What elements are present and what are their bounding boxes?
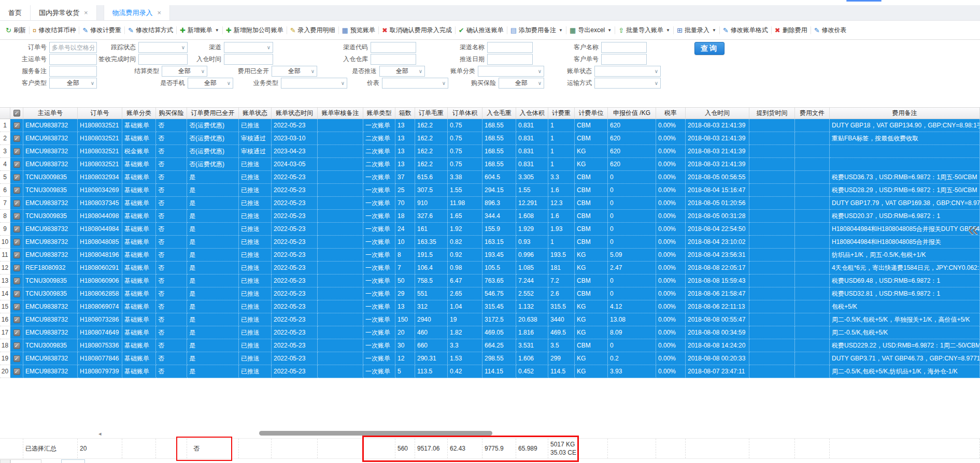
column-header-bill_status_time[interactable]: 账单状态时间 (272, 108, 318, 119)
filter-select[interactable]: ∨ (224, 42, 273, 53)
filter-input[interactable] (371, 54, 416, 65)
toolbar-button-5[interactable]: ✚新增附加公司账单 (223, 26, 286, 35)
table-row[interactable]: 17✓EMCU9838732H1808074649基础账单否是已推送2022-0… (0, 326, 980, 339)
table-row[interactable]: 15✓EMCU9838732H1808069074基础账单否是已推送2022-0… (0, 300, 980, 313)
column-header-order_no[interactable]: 订单号 (78, 108, 122, 119)
filter-input[interactable] (49, 42, 97, 53)
column-header-fee_file[interactable]: 费用文件 (795, 108, 830, 119)
collapse-panel-icon[interactable]: « (968, 220, 978, 239)
column-header-in_time[interactable]: 入仓时间 (686, 108, 749, 119)
filter-input[interactable] (601, 42, 647, 53)
column-header-in_gross[interactable]: 入仓毛重 (482, 108, 516, 119)
toolbar-button-11[interactable]: ▦导出excel▼ (567, 26, 614, 35)
column-header-fee_all_open[interactable]: 订单费用已全开 (187, 108, 239, 119)
column-header-bill_status[interactable]: 账单状态 (239, 108, 272, 119)
row-checkbox[interactable]: ✓ (13, 329, 20, 336)
table-row[interactable]: 16✓EMCU9838732H1808073286基础账单否是已推送2022-0… (0, 313, 980, 326)
tab-0[interactable]: 首页 (0, 5, 31, 20)
filter-input[interactable] (487, 42, 533, 53)
row-checkbox[interactable]: ✓ (13, 135, 20, 142)
toolbar-button-8[interactable]: ✖取消确认费用录入完成 (379, 26, 455, 35)
column-header-order_volume[interactable]: 订单体积 (448, 108, 482, 119)
partial-row-input[interactable] (61, 459, 85, 463)
filter-select[interactable]: ∨ (478, 66, 544, 77)
select-all-header[interactable]: ✓ (10, 108, 23, 119)
column-header-pickup_time[interactable]: 提到货时间 (749, 108, 795, 119)
filter-input[interactable] (371, 42, 416, 53)
filter-select[interactable]: 全部∨ (188, 78, 233, 89)
toolbar-button-9[interactable]: ✔确认推送账单 (456, 26, 506, 35)
filter-select[interactable]: ∨ (281, 78, 347, 89)
row-checkbox[interactable]: ✓ (13, 122, 20, 129)
row-checkbox[interactable]: ✓ (13, 252, 20, 258)
column-header-bill_audit_remark[interactable]: 账单审核备注 (318, 108, 363, 119)
row-checkbox[interactable]: ✓ (13, 316, 20, 323)
filter-input[interactable] (138, 54, 188, 65)
row-checkbox[interactable]: ✓ (13, 213, 20, 220)
filter-select[interactable]: ∨ (594, 66, 661, 77)
filter-select[interactable]: 全部∨ (272, 66, 317, 77)
filter-select[interactable]: 全部∨ (162, 66, 207, 77)
row-checkbox[interactable]: ✓ (13, 303, 20, 310)
toolbar-button-14[interactable]: ✎修改账单格式 (720, 26, 771, 35)
column-header-master_no[interactable]: 主运单号 (23, 108, 78, 119)
column-header-charge_unit[interactable]: 计费单位 (575, 108, 608, 119)
table-row[interactable]: 10✓EMCU9838732H1808048085基础账单否是已推送2022-0… (0, 236, 980, 249)
row-checkbox[interactable]: ✓ (13, 291, 20, 297)
row-checkbox[interactable]: ✓ (13, 342, 20, 349)
row-checkbox[interactable]: ✓ (13, 226, 20, 233)
table-row[interactable]: 13✓TCNU3009835H1808060906基础账单否是已推送2022-0… (0, 274, 980, 287)
filter-select[interactable]: 全部∨ (49, 78, 97, 89)
toolbar-button-4[interactable]: ✚新增账单▼ (177, 26, 222, 35)
column-header-tax_rate[interactable]: 税率 (656, 108, 686, 119)
column-header-bill_type[interactable]: 账单类型 (363, 108, 395, 119)
row-checkbox[interactable]: ✓ (13, 148, 20, 155)
filter-select[interactable]: ∨ (594, 78, 661, 89)
row-checkbox[interactable]: ✓ (13, 200, 20, 207)
table-row[interactable]: 11✓EMCU9838732H1808048196基础账单否是已推送2022-0… (0, 249, 980, 262)
close-icon[interactable]: × (84, 9, 88, 16)
filter-select[interactable]: ∨ (138, 42, 188, 53)
filter-select[interactable]: 全部∨ (499, 78, 544, 89)
filter-select[interactable]: ∨ (382, 78, 448, 89)
row-checkbox[interactable]: ✓ (13, 239, 20, 245)
table-row[interactable]: 18✓TCNU3009835H1808075336基础账单否是已推送2022-0… (0, 339, 980, 352)
table-row[interactable]: 1✓EMCU9838732H1808032521基础账单否否(运费优惠)已推送2… (0, 119, 980, 132)
toolbar-button-0[interactable]: ↻刷新 (3, 26, 29, 35)
toolbar-button-6[interactable]: ✎录入费用明细 (288, 26, 338, 35)
toolbar-button-7[interactable]: ▦预览账单 (339, 26, 378, 35)
toolbar-button-1[interactable]: ¤修改结算币种 (30, 26, 78, 35)
row-checkbox[interactable]: ✓ (13, 368, 20, 375)
table-row[interactable]: 6✓TCNU3009835H1808034269基础账单否是已推送2022-05… (0, 184, 980, 197)
toolbar-button-12[interactable]: ⇧批量导入账单▼ (616, 26, 673, 35)
toolbar-button-16[interactable]: ✎修改价表 (812, 26, 849, 35)
table-row[interactable]: 7✓EMCU9838732H1808037345基础账单否是已推送2022-05… (0, 197, 980, 210)
toolbar-button-10[interactable]: ▤添加费用备注▼ (508, 26, 565, 35)
row-checkbox[interactable]: ✓ (13, 187, 20, 194)
toolbar-button-3[interactable]: ✎修改结算方式 (125, 26, 176, 35)
filter-input[interactable] (49, 54, 97, 65)
table-row[interactable]: 8✓TCNU3009835H1808044098基础账单否是已推送2022-05… (0, 210, 980, 223)
row-checkbox[interactable]: ✓ (13, 278, 20, 284)
row-checkbox[interactable]: ✓ (13, 174, 20, 181)
column-header-in_volume[interactable]: 入仓体积 (516, 108, 548, 119)
filter-input[interactable] (49, 66, 97, 77)
column-header-bill_category[interactable]: 账单分类 (122, 108, 156, 119)
close-icon[interactable]: × (158, 9, 162, 16)
table-row[interactable]: 2✓EMCU9838732H1808032521基础账单否否(运费优惠)审核通过… (0, 132, 980, 145)
toolbar-button-13[interactable]: ⊞批量录入▼ (674, 26, 719, 35)
table-row[interactable]: 20✓EMCU9838732H1808079739基础账单否是已推送2022-0… (0, 365, 980, 378)
select-all-checkbox[interactable]: ✓ (13, 110, 20, 117)
row-checkbox[interactable]: ✓ (13, 355, 20, 362)
table-row[interactable]: 19✓EMCU9838732H1808077846基础账单否是已推送2022-0… (0, 352, 980, 365)
table-row[interactable]: 4✓EMCU9838732H1808032521基础账单否否(运费优惠)已推送2… (0, 158, 980, 171)
table-row[interactable]: 5✓TCNU3009835H1808032934基础账单否是已推送2022-05… (0, 171, 980, 184)
toolbar-button-15[interactable]: ✖删除费用 (772, 26, 810, 35)
filter-select[interactable]: 全部∨ (379, 66, 425, 77)
column-header-fee_remark[interactable]: 费用备注 (830, 108, 980, 119)
column-header-declare_value[interactable]: 申报价值 /KG (608, 108, 656, 119)
column-header-charge_weight[interactable]: 计费重 (548, 108, 575, 119)
table-row[interactable]: 3✓EMCU9838732H1808032521税金账单否否(运费优惠)审核通过… (0, 145, 980, 158)
tab-2[interactable]: 物流费用录入× (104, 5, 171, 20)
column-header-boxes[interactable]: 箱数 (395, 108, 415, 119)
